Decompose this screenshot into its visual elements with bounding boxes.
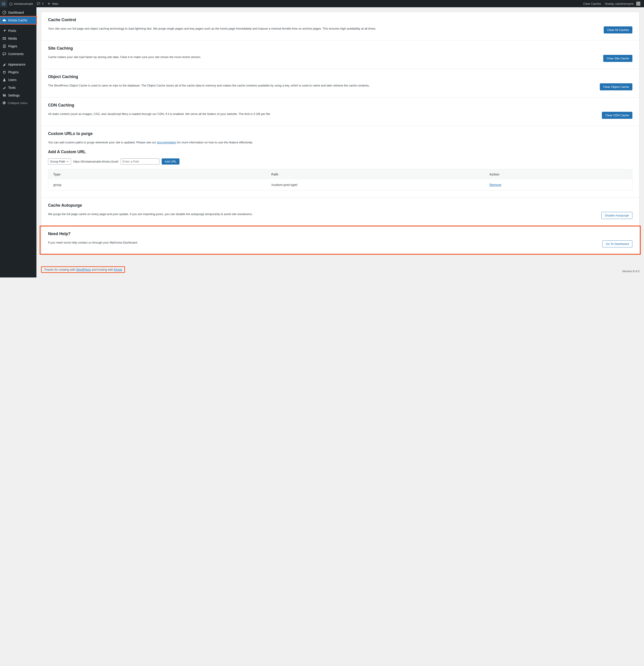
tools-icon [2, 86, 6, 90]
sidemenu-dashboard[interactable]: Dashboard [0, 8, 36, 16]
section-description: All static content (such as images, CSS,… [48, 112, 595, 117]
autopurge-section: Cache Autopurge We purge the full page c… [41, 197, 639, 226]
comments-menu[interactable]: 0 [35, 0, 45, 7]
object-caching-section: Object Caching The WordPress Object Cach… [41, 69, 639, 98]
avatar [636, 2, 640, 6]
site-name-menu[interactable]: kinstaexample [7, 0, 35, 7]
sidemenu-posts[interactable]: Posts [0, 27, 36, 35]
sidemenu-plugins[interactable]: Plugins [0, 68, 36, 76]
version-label: Version 6.4.3 [622, 269, 640, 273]
cell-type: group [53, 183, 271, 187]
footer: Thanks for creating with WordPress and h… [41, 264, 640, 278]
sidemenu-media[interactable]: Media [0, 35, 36, 42]
cdn-caching-section: CDN Caching All static content (such as … [41, 98, 639, 126]
section-title: Cache Control [48, 18, 632, 22]
clear-all-caches-button[interactable]: Clear All Caches [604, 27, 632, 33]
dashboard-icon [2, 11, 6, 15]
col-header-action: Action [489, 173, 627, 176]
cell-path: /custom-post-type/ [271, 183, 490, 187]
add-url-button[interactable]: Add URL [162, 158, 180, 164]
collapse-icon [2, 101, 6, 105]
wordpress-link[interactable]: WordPress [76, 268, 91, 271]
users-icon [2, 78, 6, 82]
comment-icon [37, 2, 40, 5]
plugin-icon [2, 70, 6, 74]
settings-icon [2, 93, 6, 98]
site-caching-section: Site Caching Cache makes your site load … [41, 40, 639, 69]
cache-control-section: Cache Control Your site uses our full pa… [41, 12, 639, 40]
section-title: Cache Autopurge [48, 203, 632, 208]
sidemenu-comments[interactable]: Comments [0, 50, 36, 58]
help-section: Need Help? If you need some help contact… [41, 226, 639, 254]
go-to-dashboard-button[interactable]: Go To Dashboard [602, 240, 632, 247]
sidemenu-kinsta-cache[interactable]: Kinsta Cache [0, 16, 36, 24]
section-description: The WordPress Object Cache is used to sa… [48, 83, 593, 88]
wp-logo-menu[interactable] [0, 0, 7, 7]
wordpress-icon [2, 2, 5, 5]
home-icon [9, 2, 13, 5]
sidemenu-tools[interactable]: Tools [0, 84, 36, 91]
kinsta-link[interactable]: Kinsta [114, 268, 122, 271]
remove-link[interactable]: Remove [489, 183, 501, 187]
chevron-down-icon [66, 160, 69, 163]
comment-icon [2, 52, 6, 56]
path-type-select[interactable]: Group Path [48, 158, 71, 164]
footer-credit: Thanks for creating with WordPress and h… [41, 266, 125, 273]
section-description: Cache makes your site load faster by sto… [48, 55, 596, 60]
col-header-type: Type [53, 173, 271, 176]
add-custom-url-title: Add A Custom URL [48, 150, 632, 154]
disable-autopurge-button[interactable]: Disable Autopurge [601, 212, 632, 219]
section-title: Site Caching [48, 46, 632, 51]
url-prefix: https://kinstaexample.kinsta.cloud/ [73, 160, 118, 163]
comment-count: 0 [42, 2, 44, 5]
section-description: You can add custom paths to purge whenev… [48, 140, 632, 145]
section-description: Your site uses our full page and object … [48, 27, 597, 31]
section-description: We purge the full page cache on every pa… [48, 212, 595, 217]
collapse-menu[interactable]: Collapse menu [0, 99, 36, 106]
custom-urls-section: Custom URLs to purge You can add custom … [41, 126, 639, 197]
clear-object-cache-button[interactable]: Clear Object Cache [600, 83, 632, 90]
content-area: Cache Control Your site uses our full pa… [36, 7, 644, 278]
section-title: Object Caching [48, 74, 632, 79]
site-name: kinstaexample [14, 2, 33, 5]
cloud-icon [2, 18, 6, 22]
documentation-link[interactable]: documentation [157, 141, 176, 144]
sidemenu-users[interactable]: Users [0, 76, 36, 84]
url-table: Type Path Action group /custom-post-type… [48, 169, 632, 191]
sidemenu-pages[interactable]: Pages [0, 42, 36, 50]
help-highlight: Need Help? If you need some help contact… [40, 226, 640, 254]
clear-cdn-cache-button[interactable]: Clear CDN Cache [602, 112, 632, 119]
clear-caches-menu[interactable]: Clear Caches [581, 0, 603, 7]
section-title: CDN Caching [48, 103, 632, 108]
admin-bar: kinstaexample 0 New Clear Caches Howdy, … [0, 0, 644, 7]
account-menu[interactable]: Howdy, carolinecoyne [603, 0, 642, 7]
new-content-menu[interactable]: New [45, 0, 60, 7]
table-row: group /custom-post-type/ Remove [48, 179, 632, 190]
media-icon [2, 36, 6, 40]
section-title: Need Help? [48, 231, 632, 236]
section-description: If you need some help contact us through… [48, 240, 595, 245]
clear-site-cache-button[interactable]: Clear Site Cache [603, 55, 632, 62]
appearance-icon [2, 63, 6, 67]
pages-icon [2, 44, 6, 48]
path-input[interactable] [121, 158, 159, 164]
sidemenu-appearance[interactable]: Appearance [0, 60, 36, 68]
sidemenu-settings[interactable]: Settings [0, 91, 36, 99]
pin-icon [2, 29, 6, 33]
plus-icon [47, 2, 51, 5]
admin-sidemenu: Dashboard Kinsta Cache Posts Media Pages… [0, 7, 36, 278]
col-header-path: Path [271, 173, 490, 176]
section-title: Custom URLs to purge [48, 132, 632, 136]
